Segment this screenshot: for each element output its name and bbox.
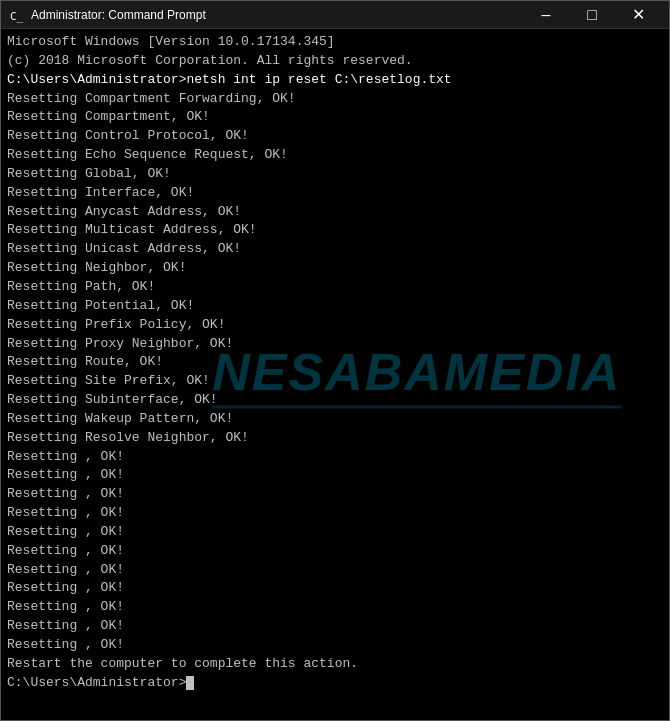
terminal-line: C:\Users\Administrator>netsh int ip rese… [7, 71, 663, 90]
window: C_ Administrator: Command Prompt – □ ✕ N… [0, 0, 670, 721]
svg-text:C_: C_ [10, 10, 24, 23]
terminal-line: Resetting , OK! [7, 598, 663, 617]
terminal-line: Resetting Wakeup Pattern, OK! [7, 410, 663, 429]
terminal-line: Resetting Resolve Neighbor, OK! [7, 429, 663, 448]
terminal-output: Microsoft Windows [Version 10.0.17134.34… [7, 33, 663, 693]
terminal-body: NESABAMEDIA Microsoft Windows [Version 1… [1, 29, 669, 720]
terminal-line: Resetting , OK! [7, 542, 663, 561]
terminal-line: Resetting Control Protocol, OK! [7, 127, 663, 146]
terminal-line: Resetting Multicast Address, OK! [7, 221, 663, 240]
terminal-line: Resetting Global, OK! [7, 165, 663, 184]
terminal-line: Resetting Echo Sequence Request, OK! [7, 146, 663, 165]
terminal-line: Microsoft Windows [Version 10.0.17134.34… [7, 33, 663, 52]
terminal-line: Resetting , OK! [7, 636, 663, 655]
cursor [186, 676, 194, 690]
terminal-line: Resetting Potential, OK! [7, 297, 663, 316]
terminal-line: Resetting Compartment, OK! [7, 108, 663, 127]
maximize-button[interactable]: □ [569, 1, 615, 29]
cmd-icon: C_ [9, 7, 25, 23]
terminal-line: Resetting Path, OK! [7, 278, 663, 297]
terminal-line: Resetting Neighbor, OK! [7, 259, 663, 278]
terminal-line: Resetting , OK! [7, 523, 663, 542]
terminal-line: Resetting , OK! [7, 448, 663, 467]
title-bar-title: Administrator: Command Prompt [31, 8, 523, 22]
terminal-line: Resetting Site Prefix, OK! [7, 372, 663, 391]
terminal-line: Resetting Prefix Policy, OK! [7, 316, 663, 335]
terminal-line: Resetting Proxy Neighbor, OK! [7, 335, 663, 354]
terminal-line: Resetting , OK! [7, 504, 663, 523]
terminal-line: Resetting Route, OK! [7, 353, 663, 372]
terminal-line: Resetting Subinterface, OK! [7, 391, 663, 410]
terminal-line: Resetting , OK! [7, 617, 663, 636]
terminal-line: Resetting Compartment Forwarding, OK! [7, 90, 663, 109]
terminal-line: Resetting , OK! [7, 579, 663, 598]
terminal-prompt: C:\Users\Administrator> [7, 674, 663, 693]
title-bar: C_ Administrator: Command Prompt – □ ✕ [1, 1, 669, 29]
terminal-line: Resetting Interface, OK! [7, 184, 663, 203]
minimize-button[interactable]: – [523, 1, 569, 29]
terminal-line: Resetting , OK! [7, 466, 663, 485]
terminal-line: Restart the computer to complete this ac… [7, 655, 663, 674]
terminal-line: Resetting , OK! [7, 485, 663, 504]
title-bar-controls: – □ ✕ [523, 1, 661, 29]
terminal-line: Resetting Unicast Address, OK! [7, 240, 663, 259]
terminal-line: Resetting , OK! [7, 561, 663, 580]
close-button[interactable]: ✕ [615, 1, 661, 29]
terminal-line: (c) 2018 Microsoft Corporation. All righ… [7, 52, 663, 71]
terminal-line: Resetting Anycast Address, OK! [7, 203, 663, 222]
